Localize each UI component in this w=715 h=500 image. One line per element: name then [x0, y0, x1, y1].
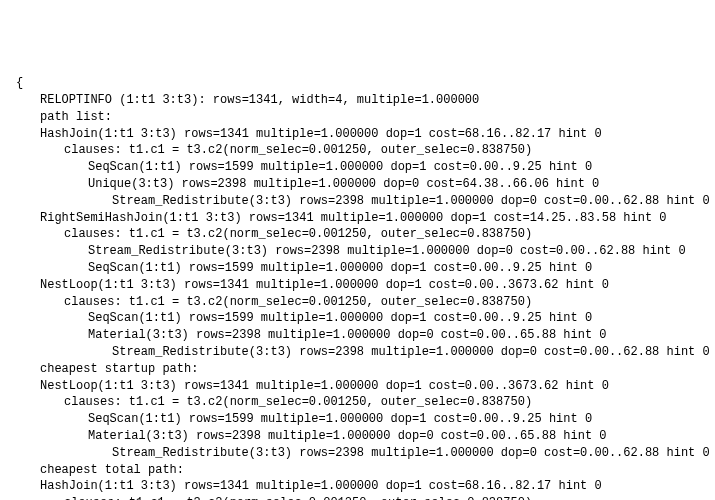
plan-line: clauses: t1.c1 = t3.c2(norm_selec=0.0012… [16, 294, 699, 311]
plan-line: Unique(3:t3) rows=2398 multiple=1.000000… [16, 176, 699, 193]
plan-line: Material(3:t3) rows=2398 multiple=1.0000… [16, 428, 699, 445]
plan-line: NestLoop(1:t1 3:t3) rows=1341 multiple=1… [16, 277, 699, 294]
plan-line: SeqScan(1:t1) rows=1599 multiple=1.00000… [16, 310, 699, 327]
plan-line: RELOPTINFO (1:t1 3:t3): rows=1341, width… [16, 92, 699, 109]
plan-line: path list: [16, 109, 699, 126]
plan-line: cheapest total path: [16, 462, 699, 479]
plan-line: Material(3:t3) rows=2398 multiple=1.0000… [16, 327, 699, 344]
plan-line: clauses: t1.c1 = t3.c2(norm_selec=0.0012… [16, 394, 699, 411]
plan-line: Stream_Redistribute(3:t3) rows=2398 mult… [16, 243, 699, 260]
plan-line: HashJoin(1:t1 3:t3) rows=1341 multiple=1… [16, 126, 699, 143]
query-plan-output: {RELOPTINFO (1:t1 3:t3): rows=1341, widt… [16, 75, 699, 500]
plan-line: clauses: t1.c1 = t3.c2(norm_selec=0.0012… [16, 142, 699, 159]
plan-line: Stream_Redistribute(3:t3) rows=2398 mult… [16, 344, 699, 361]
plan-line: HashJoin(1:t1 3:t3) rows=1341 multiple=1… [16, 478, 699, 495]
plan-line: SeqScan(1:t1) rows=1599 multiple=1.00000… [16, 260, 699, 277]
plan-line: { [16, 75, 699, 92]
plan-line: RightSemiHashJoin(1:t1 3:t3) rows=1341 m… [16, 210, 699, 227]
plan-line: cheapest startup path: [16, 361, 699, 378]
plan-line: Stream_Redistribute(3:t3) rows=2398 mult… [16, 193, 699, 210]
plan-line: Stream_Redistribute(3:t3) rows=2398 mult… [16, 445, 699, 462]
plan-line: clauses: t1.c1 = t3.c2(norm_selec=0.0012… [16, 226, 699, 243]
plan-line: clauses: t1.c1 = t3.c2(norm_selec=0.0012… [16, 495, 699, 500]
plan-line: NestLoop(1:t1 3:t3) rows=1341 multiple=1… [16, 378, 699, 395]
plan-line: SeqScan(1:t1) rows=1599 multiple=1.00000… [16, 411, 699, 428]
plan-line: SeqScan(1:t1) rows=1599 multiple=1.00000… [16, 159, 699, 176]
